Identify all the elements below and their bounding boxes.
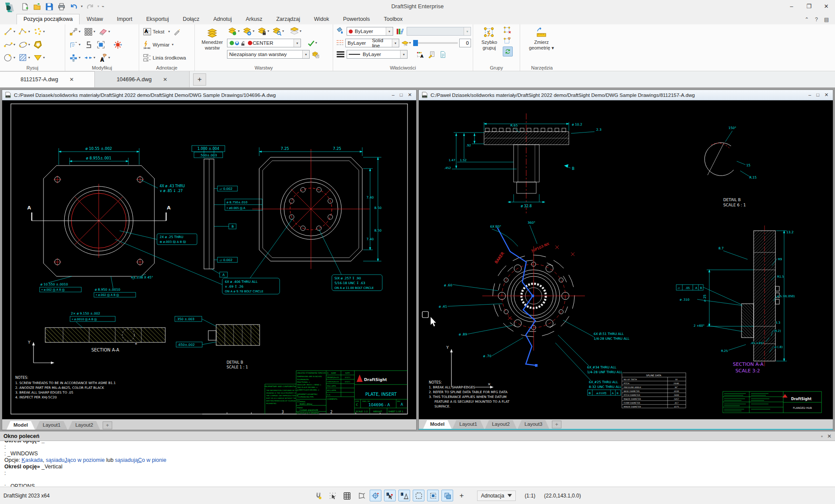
layout1-tab[interactable]: Layout1: [452, 420, 484, 429]
pattern-edit-tool-button[interactable]: ▾: [68, 52, 81, 63]
new-doc-tab-button[interactable]: +: [193, 73, 206, 86]
power-trim-tool-button[interactable]: [112, 39, 124, 50]
color-combo[interactable]: ByLayer▾: [347, 27, 393, 36]
linetype-combo[interactable]: ByLayer▾: [347, 50, 407, 59]
doc-tab-104696[interactable]: 104696-A.dwg ✕: [95, 71, 190, 87]
ribbon-tab-view[interactable]: Widok: [307, 14, 336, 24]
ortho-toggle[interactable]: [355, 490, 367, 501]
layers-manager-button[interactable]: Menedżer warstw: [197, 26, 227, 64]
command-lines[interactable]: Określ opcję» _:: _WINDOWSOpcje: Kaskada…: [0, 441, 835, 487]
transparency-slider[interactable]: [413, 42, 458, 44]
save-button[interactable]: [44, 2, 54, 11]
layout3-tab[interactable]: Layout3: [518, 420, 549, 429]
ribbon-tab-toolbox[interactable]: Toolbox: [377, 14, 410, 24]
layer-state-combo[interactable]: Niezapisany stan warstwy ▾: [227, 50, 310, 59]
line-tool-button[interactable]: ▾: [3, 26, 16, 37]
grid-toggle[interactable]: [341, 490, 353, 501]
entity-track-toggle[interactable]: E: [398, 490, 410, 501]
layer-lock-button[interactable]: ▾: [257, 26, 270, 37]
new-file-button[interactable]: [20, 2, 30, 11]
command-float-icon[interactable]: ▫: [821, 433, 823, 439]
layout1-tab[interactable]: Layout1: [36, 421, 67, 430]
measure-geometry-button[interactable]: Zmierz geometrię ▾: [523, 26, 560, 52]
maximize-button[interactable]: ❐: [800, 0, 818, 12]
open-file-button[interactable]: [32, 2, 42, 11]
undo-button[interactable]: [69, 2, 78, 11]
ellipse-tool-button[interactable]: ▾: [17, 39, 31, 50]
move-tool-button[interactable]: ▾: [68, 26, 81, 37]
ribbon-tab-powertools[interactable]: Powertools: [336, 14, 377, 24]
doc-tab-close-icon[interactable]: ✕: [70, 76, 74, 83]
redo-button[interactable]: [85, 2, 95, 11]
print-button[interactable]: [57, 2, 66, 11]
child-minimize-icon[interactable]: –: [392, 92, 394, 98]
cad-window-titlebar[interactable]: 2022 C:/Paweł Dziasek/solidworks materia…: [2, 90, 416, 100]
print-style-combo[interactable]: ▾: [407, 27, 471, 36]
add-status-tool-button[interactable]: +: [456, 490, 468, 501]
ribbon-tab-annotate[interactable]: Adnotuj: [207, 14, 239, 24]
polygon-tool-button[interactable]: [32, 39, 43, 50]
layer-apply-button[interactable]: ▾: [307, 39, 318, 48]
ungroup-button[interactable]: [503, 26, 513, 35]
point-tool-button[interactable]: ▾: [32, 26, 46, 37]
pattern-tool-button[interactable]: ▾: [83, 26, 96, 37]
layer-combo[interactable]: CENTER ▾: [227, 39, 301, 47]
cad-canvas-8112157[interactable]: R.65ø 10.22.3.921.471.52.452ø 32.8B150°1…: [419, 100, 833, 419]
ribbon-tab-sheet[interactable]: Arkusz: [239, 14, 269, 24]
command-window-header[interactable]: Okno poleceń ▫ ✕: [0, 431, 835, 441]
ortho-box-toggle[interactable]: [427, 490, 439, 501]
layer-add-button[interactable]: ▾: [242, 26, 255, 37]
polyline-tool-button[interactable]: ▾: [17, 26, 31, 37]
ribbon-tab-manage[interactable]: Zarządzaj: [269, 14, 307, 24]
customize-qat-button[interactable]: ⌁: [102, 4, 104, 9]
help-icon[interactable]: ?: [815, 17, 818, 23]
ribbon-tab-home[interactable]: Pozycja początkowa: [17, 14, 80, 24]
spline-tool-button[interactable]: ▾: [3, 39, 16, 50]
ribbon-tab-export[interactable]: Eksportuj: [139, 14, 176, 24]
join-tool-button[interactable]: ▾: [83, 52, 96, 63]
child-close-icon[interactable]: ✕: [408, 92, 412, 98]
minimize-button[interactable]: –: [783, 0, 800, 12]
entity-snap-toggle[interactable]: E: [384, 490, 396, 501]
ui-options-icon[interactable]: ▤: [824, 17, 829, 23]
child-minimize-icon[interactable]: –: [808, 92, 811, 98]
child-maximize-icon[interactable]: □: [400, 92, 403, 98]
layout2-tab[interactable]: Layout2: [68, 421, 100, 430]
redo-dropdown[interactable]: ▾: [97, 5, 99, 8]
edit-group-button[interactable]: [503, 36, 513, 45]
region-fill-tool-button[interactable]: [95, 39, 107, 50]
undo-dropdown[interactable]: ▾: [81, 5, 83, 8]
ribbon-tab-insert[interactable]: Wstaw: [80, 14, 110, 24]
lineweight-combo[interactable]: ByLayer Solid line▾: [345, 39, 399, 47]
child-close-icon[interactable]: ✕: [825, 92, 828, 98]
snap-toggle[interactable]: [312, 490, 324, 501]
child-maximize-icon[interactable]: □: [816, 92, 819, 98]
command-close-icon[interactable]: ✕: [827, 433, 832, 439]
cad-window-titlebar[interactable]: 2022 C:/Paweł Dziasek/solidworks materia…: [419, 90, 833, 100]
smart-dimension-tool-button[interactable]: Wymiar▾: [142, 39, 174, 50]
property-painter-tool-button[interactable]: A▾: [97, 52, 111, 63]
centerline-tool-button[interactable]: Linia środkowa: [142, 52, 187, 63]
quick-group-button[interactable]: Szybko grupuj: [476, 26, 503, 56]
layer-state-manager-button[interactable]: [311, 50, 320, 59]
frame-toggle[interactable]: [413, 490, 424, 501]
ribbon-collapse-icon[interactable]: ⌃: [805, 17, 809, 23]
circle-tool-button[interactable]: ▾: [3, 52, 16, 63]
doc-tab-8112157[interactable]: 8112157-A.dwg ✕: [0, 71, 95, 87]
group-sync-button[interactable]: [503, 46, 513, 56]
layer-states-button[interactable]: ▾: [289, 26, 302, 37]
revision-cloud-tool-button[interactable]: ▾: [32, 52, 46, 63]
model-tab[interactable]: Model: [423, 420, 451, 429]
transparency-layer-button[interactable]: ▾: [401, 39, 412, 48]
model-tab[interactable]: Model: [7, 421, 35, 430]
trim-tool-button[interactable]: [83, 39, 94, 50]
annotation-scale-dropdown[interactable]: Adnotacja: [477, 491, 516, 501]
add-layout-button[interactable]: +: [552, 421, 561, 428]
text-tool-button[interactable]: ATekst▾: [142, 26, 181, 37]
erase-tool-button[interactable]: ▾: [97, 26, 111, 37]
duplicate-entities-toggle[interactable]: [441, 490, 453, 501]
layout2-tab[interactable]: Layout2: [485, 420, 517, 429]
add-layout-button[interactable]: +: [103, 421, 112, 429]
stretch-tool-button[interactable]: ▾: [68, 39, 81, 50]
close-button[interactable]: ✕: [818, 0, 835, 12]
